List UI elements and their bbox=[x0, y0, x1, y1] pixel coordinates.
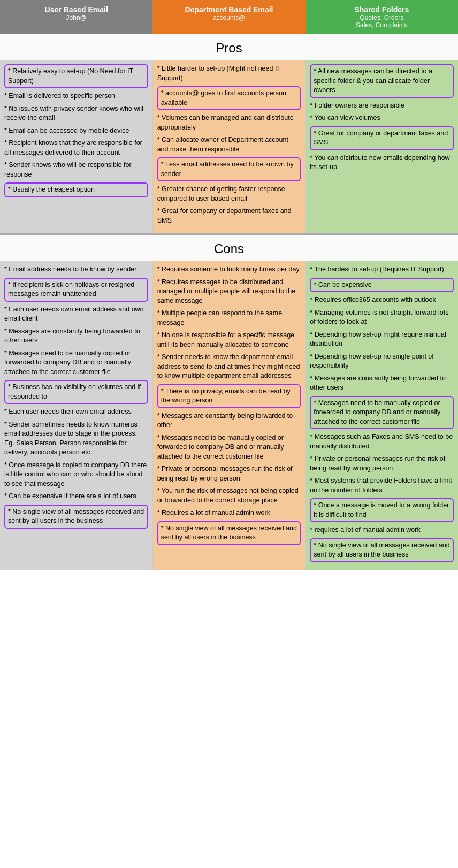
list-item: * Great for company or department faxes … bbox=[157, 207, 301, 225]
list-item: * No single view of all messages receive… bbox=[4, 505, 148, 529]
header-user-sub: John@ bbox=[4, 14, 148, 21]
header-user: User Based Email John@ bbox=[0, 0, 152, 34]
list-item: * Each user needs own email address and … bbox=[4, 305, 148, 324]
list-item: * Less email addresses need to be known … bbox=[157, 157, 301, 181]
list-item: * Volumes can be managed and can distrib… bbox=[157, 113, 301, 132]
cons-content-row: * Email address needs to be know by send… bbox=[0, 261, 458, 570]
list-item: * Requires office365 accounts with outlo… bbox=[310, 295, 454, 305]
list-item: * Depending how set-up no single point o… bbox=[310, 352, 454, 371]
list-item: * Requires someone to look many times pe… bbox=[157, 265, 301, 275]
list-item: * No single view of all messages receive… bbox=[157, 521, 301, 545]
list-item: * Greater chance of getting faster respo… bbox=[157, 185, 301, 203]
list-item: * Multiple people can respond to the sam… bbox=[157, 309, 301, 328]
list-item: * You can distribute new emails dependin… bbox=[310, 154, 454, 172]
cons-col-user: * Email address needs to be know by send… bbox=[0, 261, 153, 570]
list-item: * Depending how set-up might require man… bbox=[310, 330, 454, 349]
list-item: * All new messages can be directed to a … bbox=[310, 64, 454, 98]
header-shared-title: Shared Folders bbox=[310, 5, 454, 14]
pros-col-shared: * All new messages can be directed to a … bbox=[306, 60, 458, 233]
list-item: * Great for company or department faxes … bbox=[310, 126, 454, 150]
list-item: * Private or personal messages run the r… bbox=[157, 465, 301, 483]
list-item: * requires a lot of manual admin work bbox=[310, 526, 454, 535]
header-shared-sub: Quotes, OrdersSales, Complaints bbox=[310, 14, 454, 29]
list-item: * Usually the cheapest option bbox=[4, 182, 148, 197]
pros-content-row: * Relatively easy to set-up (No Need for… bbox=[0, 60, 458, 234]
cons-col-dept: * Requires someone to look many times pe… bbox=[153, 261, 306, 570]
list-item: * Requires messages to be distributed an… bbox=[157, 278, 301, 306]
header-row: User Based Email John@ Department Based … bbox=[0, 0, 458, 34]
list-item: * Each user needs their own email addres… bbox=[4, 407, 148, 417]
list-item: * You can view volumes bbox=[310, 113, 454, 123]
list-item: * Sender sometimes needs to know numerus… bbox=[4, 420, 148, 458]
list-item: * Messages need to be manually copied or… bbox=[310, 396, 454, 430]
cons-section-title: Cons bbox=[0, 234, 458, 261]
list-item: * Can be expensive if there are a lot of… bbox=[4, 492, 148, 501]
list-item: * Requires a lot of manual admin work bbox=[157, 508, 301, 518]
list-item: * Private or personal messages run the r… bbox=[310, 454, 454, 473]
list-item: * Little harder to set-up (Might not nee… bbox=[157, 64, 301, 83]
list-item: * accounts@ goes to first accounts perso… bbox=[157, 86, 301, 110]
list-item: * Recipient knows that they are responsi… bbox=[4, 139, 148, 157]
list-item: * Folder owners are responsible bbox=[310, 101, 454, 111]
list-item: * Business has no visibility on volumes … bbox=[4, 380, 148, 404]
list-item: * Messages need to be manually copied or… bbox=[4, 349, 148, 377]
pros-section-title: Pros bbox=[0, 34, 458, 60]
pros-col-user: * Relatively easy to set-up (No Need for… bbox=[0, 60, 153, 233]
header-dept: Department Based Email accounts@ bbox=[152, 0, 305, 34]
header-user-title: User Based Email bbox=[4, 5, 148, 14]
list-item: * Relatively easy to set-up (No Need for… bbox=[4, 64, 148, 88]
list-item: * Can allocate owner of Department accou… bbox=[157, 135, 301, 154]
list-item: * No single view of all messages receive… bbox=[310, 538, 454, 562]
list-item: * If recipient is sick on holidays or re… bbox=[4, 278, 148, 302]
list-item: * You run the risk of messages not being… bbox=[157, 486, 301, 505]
list-item: * Messages such as Faxes and SMS need to… bbox=[310, 432, 454, 451]
list-item: * Can be expensive bbox=[310, 278, 454, 293]
list-item: * Most systems that provide Folders have… bbox=[310, 476, 454, 495]
header-shared: Shared Folders Quotes, OrdersSales, Comp… bbox=[306, 0, 458, 34]
list-item: * There is no privacy, emails can be rea… bbox=[157, 384, 301, 408]
header-dept-sub: accounts@ bbox=[157, 14, 301, 21]
list-item: * Sender knows who will be responsible f… bbox=[4, 161, 148, 179]
cons-col-shared: * The hardest to set-up (Requires IT Sup… bbox=[306, 261, 458, 570]
list-item: * Messages are constantly being forwarde… bbox=[4, 327, 148, 346]
pros-col-dept: * Little harder to set-up (Might not nee… bbox=[153, 60, 306, 233]
list-item: * No one is responsible for a specific m… bbox=[157, 331, 301, 349]
list-item: * Sender needs to know the department em… bbox=[157, 353, 301, 381]
list-item: * Messages need to be manually copied or… bbox=[157, 433, 301, 462]
list-item: * Once message is copied to company DB t… bbox=[4, 461, 148, 489]
header-dept-title: Department Based Email bbox=[157, 5, 301, 14]
list-item: * Messages are constantly being forwarde… bbox=[310, 374, 454, 393]
list-item: * Managing volumes is not straight forwa… bbox=[310, 308, 454, 327]
list-item: * The hardest to set-up (Requires IT Sup… bbox=[310, 265, 454, 275]
list-item: * Messages are constantly being forwarde… bbox=[157, 412, 301, 430]
list-item: * Once a message is moved to a wrong fol… bbox=[310, 498, 454, 522]
list-item: * Email is delivered to specific person bbox=[4, 92, 148, 101]
list-item: * Email address needs to be know by send… bbox=[4, 265, 148, 275]
list-item: * Email can be accessed by mobile device bbox=[4, 126, 148, 136]
list-item: * No issues with privacy sender knows wh… bbox=[4, 104, 148, 123]
